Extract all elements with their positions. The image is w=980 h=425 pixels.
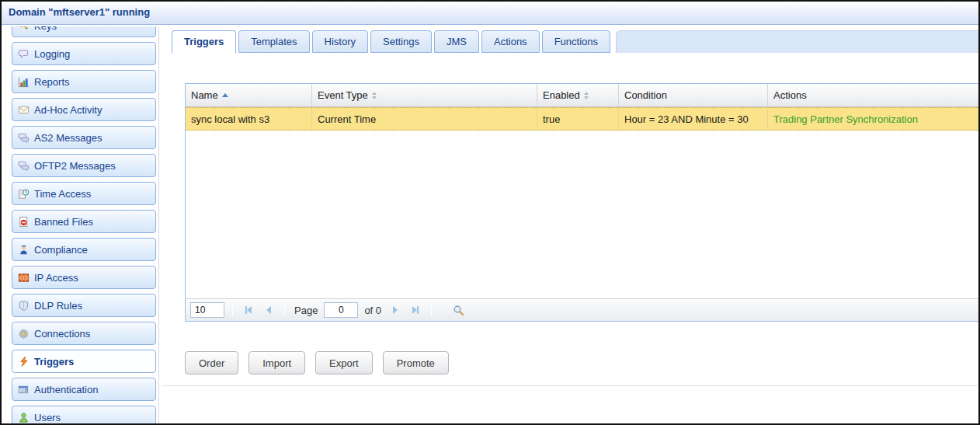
column-header-enabled[interactable]: Enabled — [537, 84, 619, 106]
key-icon — [18, 26, 30, 32]
page-number-input[interactable] — [324, 302, 358, 318]
column-label: Actions — [773, 89, 807, 101]
column-header-actions[interactable]: Actions — [768, 84, 978, 106]
column-header-name[interactable]: Name — [186, 84, 312, 106]
officer-icon — [18, 244, 30, 256]
column-label: Enabled — [543, 89, 580, 101]
tab-strip-filler — [616, 30, 978, 53]
triggers-grid: Name Event Type Enabled Condition — [185, 83, 978, 322]
sidebar-item-dlp-rules[interactable]: DLP Rules — [12, 294, 156, 317]
next-page-button[interactable] — [387, 302, 403, 318]
sidebar-item-label: Compliance — [34, 244, 88, 256]
trigger-row-selected[interactable]: sync local with s3 Current Time true Hou… — [186, 107, 978, 131]
sidebar-item-reports[interactable]: Reports — [12, 70, 156, 93]
tab-functions[interactable]: Functions — [542, 30, 610, 53]
sidebar-item-label: AS2 Messages — [34, 132, 102, 144]
column-label: Name — [191, 89, 218, 101]
speech-bubble-icon — [18, 48, 30, 60]
sidebar-item-label: Ad-Hoc Activity — [34, 104, 102, 116]
previous-page-button[interactable] — [261, 302, 276, 318]
sidebar-item-users[interactable]: Users — [12, 406, 156, 423]
firewall-icon — [18, 272, 30, 284]
sidebar-item-label: Keys — [34, 26, 57, 32]
cell-name: sync local with s3 — [186, 108, 312, 130]
tab-bar: Triggers Templates History Settings JMS … — [160, 26, 978, 53]
grid-empty-area — [186, 131, 978, 298]
main-body: Keys Logging Reports Ad-Hoc Activity AS2… — [2, 26, 978, 423]
sidebar-item-connections[interactable]: Connections — [12, 322, 156, 345]
tab-actions[interactable]: Actions — [481, 30, 540, 53]
promote-button[interactable]: Promote — [383, 351, 449, 374]
sidebar-item-authentication[interactable]: Authentication — [12, 378, 156, 401]
sidebar-item-label: OFTP2 Messages — [34, 160, 116, 172]
grid-header: Name Event Type Enabled Condition — [186, 84, 978, 107]
sortable-icon — [584, 92, 589, 99]
cell-enabled: true — [537, 108, 619, 130]
sidebar-item-label: Authentication — [34, 384, 98, 395]
tab-jms[interactable]: JMS — [434, 30, 479, 53]
banned-file-icon — [18, 216, 30, 228]
first-page-button[interactable] — [241, 302, 256, 318]
panel-bottom-divider — [162, 385, 978, 386]
sidebar-item-label: Triggers — [34, 356, 74, 368]
column-label: Event Type — [318, 89, 368, 101]
column-header-event-type[interactable]: Event Type — [312, 84, 537, 106]
footer-button-bar: Order Import Export Promote — [185, 351, 449, 374]
messages-icon — [18, 132, 30, 144]
user-icon — [18, 412, 30, 423]
gear-icon — [18, 328, 30, 340]
trigger-hand-icon — [18, 356, 30, 368]
clock-document-icon — [18, 188, 30, 200]
last-page-button[interactable] — [408, 302, 423, 318]
import-button[interactable]: Import — [248, 351, 305, 374]
sidebar-item-adhoc-activity[interactable]: Ad-Hoc Activity — [12, 98, 156, 121]
sidebar-item-label: Time Access — [34, 188, 91, 200]
sidebar: Keys Logging Reports Ad-Hoc Activity AS2… — [2, 26, 159, 423]
tab-triggers[interactable]: Triggers — [172, 30, 236, 54]
export-button[interactable]: Export — [315, 351, 373, 374]
sort-ascending-icon — [222, 93, 228, 97]
sidebar-item-ip-access[interactable]: IP Access — [12, 266, 156, 289]
sortable-icon — [372, 92, 377, 99]
messages-icon — [18, 160, 30, 172]
search-icon[interactable] — [450, 302, 466, 318]
tab-settings[interactable]: Settings — [370, 30, 432, 53]
shield-icon — [18, 300, 30, 312]
pagination-toolbar: Page of 0 — [186, 298, 978, 321]
page-label: Page — [294, 305, 318, 316]
bar-chart-icon — [18, 76, 30, 88]
column-header-condition[interactable]: Condition — [619, 84, 768, 106]
sidebar-item-as2-messages[interactable]: AS2 Messages — [12, 126, 156, 149]
content-area: Triggers Templates History Settings JMS … — [160, 26, 978, 423]
page-count-label: of 0 — [364, 305, 381, 316]
sidebar-item-banned-files[interactable]: Banned Files — [12, 210, 156, 233]
app-window: Domain "mftserver1" running Keys Logging… — [0, 0, 980, 425]
sidebar-item-label: Banned Files — [34, 216, 93, 228]
page-size-input[interactable] — [190, 302, 224, 318]
sidebar-item-label: DLP Rules — [34, 300, 82, 312]
cell-condition: Hour = 23 AND Minute = 30 — [619, 108, 768, 130]
sidebar-item-label: Users — [34, 412, 61, 423]
order-button[interactable]: Order — [185, 351, 238, 374]
envelope-icon — [18, 104, 30, 116]
sidebar-item-compliance[interactable]: Compliance — [12, 238, 156, 261]
cell-event-type: Current Time — [312, 108, 537, 130]
auth-card-icon — [18, 384, 30, 395]
sidebar-item-label: Connections — [34, 328, 90, 340]
sidebar-item-time-access[interactable]: Time Access — [12, 182, 156, 205]
sidebar-item-label: Reports — [34, 76, 70, 88]
sidebar-item-oftp2-messages[interactable]: OFTP2 Messages — [12, 154, 156, 177]
toolbar-separator — [431, 304, 432, 316]
cell-actions: Trading Partner Synchronization — [768, 108, 978, 130]
sidebar-item-triggers[interactable]: Triggers — [12, 350, 156, 373]
sidebar-item-label: IP Access — [34, 272, 78, 284]
tab-history[interactable]: History — [312, 30, 368, 53]
sidebar-item-logging[interactable]: Logging — [12, 42, 156, 65]
window-title: Domain "mftserver1" running — [2, 2, 978, 25]
toolbar-separator — [284, 304, 285, 316]
toolbar-separator — [232, 304, 233, 316]
column-label: Condition — [624, 89, 667, 101]
sidebar-item-label: Logging — [34, 48, 70, 60]
sidebar-item-keys[interactable]: Keys — [12, 26, 156, 37]
tab-templates[interactable]: Templates — [238, 30, 309, 53]
